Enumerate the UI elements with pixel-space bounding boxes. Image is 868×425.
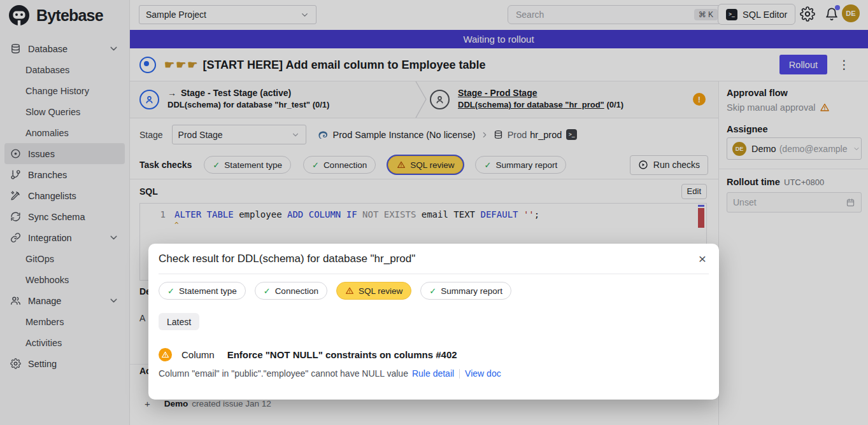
check-tab-sql-review[interactable]: SQL review <box>336 282 411 300</box>
rule-detail-link[interactable]: Rule detail <box>412 368 454 379</box>
latest-filter-chip[interactable]: Latest <box>159 313 199 330</box>
finding-rule-title: Enforce "NOT NULL" constraints on column… <box>227 349 457 360</box>
link-divider <box>459 369 460 379</box>
finding-detail: Column "email" in "public"."employee" ca… <box>159 368 706 379</box>
finding-row: Column Enforce "NOT NULL" constraints on… <box>159 348 706 361</box>
warning-triangle-icon <box>345 286 354 295</box>
check-icon: ✓ <box>429 286 436 296</box>
modal-check-tabs: ✓ Statement type ✓ Connection SQL review… <box>159 282 706 300</box>
close-icon[interactable]: × <box>699 253 706 265</box>
check-tab-summary-report[interactable]: ✓ Summary report <box>420 282 511 300</box>
check-icon: ✓ <box>264 286 271 296</box>
check-result-modal: Check result for DDL(schema) for databas… <box>148 244 719 400</box>
modal-title: Check result for DDL(schema) for databas… <box>159 253 415 265</box>
check-tab-statement-type[interactable]: ✓ Statement type <box>159 282 246 300</box>
warning-circle-icon <box>159 348 172 361</box>
finding-category: Column <box>181 349 215 360</box>
view-doc-link[interactable]: View doc <box>465 368 501 379</box>
modal-divider <box>159 274 709 274</box>
check-tab-connection[interactable]: ✓ Connection <box>255 282 327 300</box>
check-icon: ✓ <box>167 286 174 296</box>
